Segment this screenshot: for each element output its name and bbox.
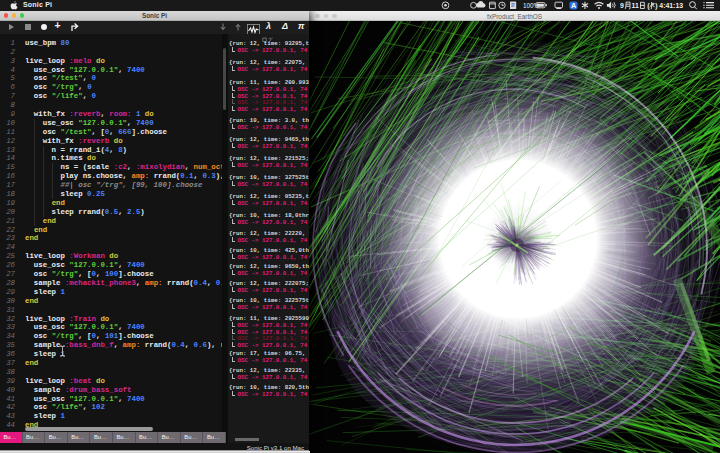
svg-text:11: 11 xyxy=(632,2,639,9)
svg-text:): ) xyxy=(655,2,657,10)
svg-text:(: ( xyxy=(647,2,650,10)
svg-text:4:41:13: 4:41:13 xyxy=(659,2,683,9)
svg-text:A: A xyxy=(571,1,576,10)
svg-text:9: 9 xyxy=(620,2,624,9)
